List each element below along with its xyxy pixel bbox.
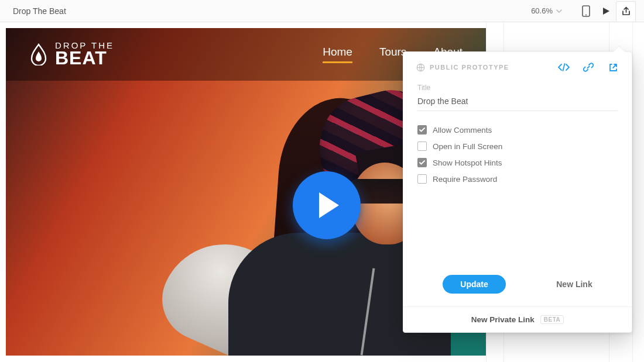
chevron-down-icon bbox=[556, 9, 562, 13]
update-button[interactable]: Update bbox=[443, 275, 505, 294]
option-require-password[interactable]: Require Password bbox=[417, 171, 618, 187]
site-logo[interactable]: DROP THE BEAT bbox=[29, 42, 114, 67]
checkbox-icon bbox=[417, 125, 427, 135]
canvas: DROP THE BEAT Home Tours About PUBLIC bbox=[6, 22, 644, 362]
logo-text-bottom: BEAT bbox=[55, 50, 114, 67]
prototype-visibility[interactable]: PUBLIC PROTOTYPE bbox=[416, 63, 509, 72]
play-icon bbox=[319, 192, 339, 218]
title-input[interactable] bbox=[417, 94, 618, 111]
option-label: Allow Comments bbox=[433, 126, 492, 135]
embed-code-icon[interactable] bbox=[558, 61, 570, 73]
device-mobile-icon[interactable] bbox=[576, 1, 596, 21]
popover-header: PUBLIC PROTOTYPE bbox=[403, 52, 632, 81]
popover-actions: Update New Link bbox=[417, 187, 618, 306]
copy-link-icon[interactable] bbox=[583, 61, 594, 73]
option-allow-comments[interactable]: Allow Comments bbox=[417, 122, 618, 138]
share-icon[interactable] bbox=[616, 1, 636, 21]
option-open-fullscreen[interactable]: Open in Full Screen bbox=[417, 138, 618, 154]
beta-badge: BETA bbox=[540, 315, 564, 324]
zoom-selector[interactable]: 60.6% bbox=[527, 5, 566, 17]
checkbox-icon bbox=[417, 158, 427, 167]
play-preview-icon[interactable] bbox=[596, 1, 616, 21]
popover-footer[interactable]: New Private Link BETA bbox=[403, 306, 632, 332]
popover-body: Title Allow Comments Open in Full Screen… bbox=[403, 81, 632, 306]
private-link-label: New Private Link bbox=[471, 315, 535, 324]
globe-icon bbox=[416, 63, 425, 72]
option-label: Open in Full Screen bbox=[433, 142, 502, 151]
video-play-button[interactable] bbox=[293, 171, 361, 239]
document-title: Drop The Beat bbox=[13, 6, 66, 16]
option-label: Require Password bbox=[433, 175, 497, 184]
app-root: Drop The Beat 60.6% bbox=[0, 0, 644, 362]
flame-drop-icon bbox=[29, 43, 48, 66]
open-external-icon[interactable] bbox=[607, 61, 619, 73]
share-popover: PUBLIC PROTOTYPE Title bbox=[403, 51, 632, 333]
svg-point-1 bbox=[585, 14, 587, 15]
checkbox-icon bbox=[417, 174, 427, 184]
checkbox-icon bbox=[417, 142, 427, 151]
new-link-button[interactable]: New Link bbox=[556, 280, 592, 289]
prototype-visibility-label: PUBLIC PROTOTYPE bbox=[430, 64, 509, 71]
option-label: Show Hotspot Hints bbox=[433, 158, 502, 167]
option-hotspot-hints[interactable]: Show Hotspot Hints bbox=[417, 154, 618, 171]
nav-item-home[interactable]: Home bbox=[323, 46, 352, 63]
top-toolbar: Drop The Beat 60.6% bbox=[0, 0, 644, 22]
zoom-value: 60.6% bbox=[531, 6, 553, 15]
title-field-label: Title bbox=[417, 84, 618, 92]
